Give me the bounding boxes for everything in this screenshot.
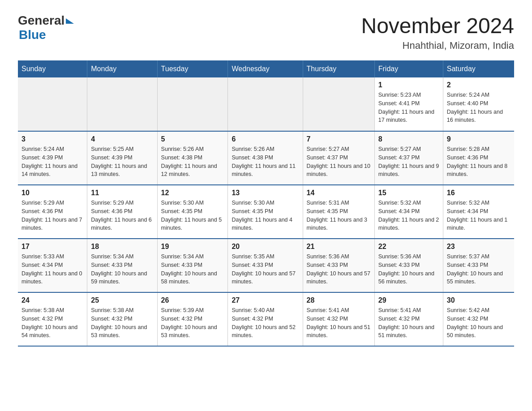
day-number: 28 xyxy=(307,296,371,304)
day-info: Sunrise: 5:27 AMSunset: 4:37 PMDaylight:… xyxy=(307,145,371,179)
day-number: 15 xyxy=(378,189,439,197)
calendar-subtitle: Hnahthial, Mizoram, India xyxy=(361,40,514,51)
day-number: 6 xyxy=(232,135,299,143)
day-info: Sunrise: 5:23 AMSunset: 4:41 PMDaylight:… xyxy=(378,91,439,124)
calendar-cell: 21Sunrise: 5:36 AMSunset: 4:33 PMDayligh… xyxy=(303,239,374,292)
day-info: Sunrise: 5:25 AMSunset: 4:39 PMDaylight:… xyxy=(91,145,153,179)
day-info: Sunrise: 5:37 AMSunset: 4:33 PMDaylight:… xyxy=(447,253,511,286)
weekday-header-saturday: Saturday xyxy=(443,60,514,77)
day-info: Sunrise: 5:30 AMSunset: 4:35 PMDaylight:… xyxy=(232,199,299,232)
logo-blue-text: Blue xyxy=(19,28,74,42)
weekday-header-thursday: Thursday xyxy=(303,60,374,77)
day-number: 3 xyxy=(21,135,83,143)
day-number: 16 xyxy=(447,189,511,197)
day-number: 11 xyxy=(91,189,153,197)
weekday-header-sunday: Sunday xyxy=(18,60,87,77)
day-info: Sunrise: 5:38 AMSunset: 4:32 PMDaylight:… xyxy=(91,306,153,340)
calendar-cell: 27Sunrise: 5:40 AMSunset: 4:32 PMDayligh… xyxy=(228,292,303,346)
weekday-header-monday: Monday xyxy=(87,60,157,77)
calendar-table: SundayMondayTuesdayWednesdayThursdayFrid… xyxy=(18,60,514,347)
day-info: Sunrise: 5:33 AMSunset: 4:34 PMDaylight:… xyxy=(21,253,83,286)
day-number: 20 xyxy=(232,243,299,251)
day-info: Sunrise: 5:31 AMSunset: 4:35 PMDaylight:… xyxy=(307,199,371,232)
day-info: Sunrise: 5:36 AMSunset: 4:33 PMDaylight:… xyxy=(307,253,371,286)
day-info: Sunrise: 5:35 AMSunset: 4:33 PMDaylight:… xyxy=(232,253,299,286)
calendar-cell: 13Sunrise: 5:30 AMSunset: 4:35 PMDayligh… xyxy=(228,185,303,239)
calendar-week-1: 1Sunrise: 5:23 AMSunset: 4:41 PMDaylight… xyxy=(18,77,514,131)
day-number: 25 xyxy=(91,296,153,304)
weekday-header-row: SundayMondayTuesdayWednesdayThursdayFrid… xyxy=(18,60,514,77)
calendar-cell: 5Sunrise: 5:26 AMSunset: 4:38 PMDaylight… xyxy=(157,131,228,185)
day-info: Sunrise: 5:26 AMSunset: 4:38 PMDaylight:… xyxy=(232,145,299,179)
day-number: 12 xyxy=(161,189,224,197)
weekday-header-friday: Friday xyxy=(374,60,443,77)
day-info: Sunrise: 5:34 AMSunset: 4:33 PMDaylight:… xyxy=(161,253,224,286)
calendar-header: SundayMondayTuesdayWednesdayThursdayFrid… xyxy=(18,60,514,77)
day-number: 8 xyxy=(378,135,439,143)
weekday-header-wednesday: Wednesday xyxy=(228,60,303,77)
day-info: Sunrise: 5:39 AMSunset: 4:32 PMDaylight:… xyxy=(161,306,224,340)
calendar-title: November 2024 xyxy=(361,13,514,38)
calendar-cell: 6Sunrise: 5:26 AMSunset: 4:38 PMDaylight… xyxy=(228,131,303,185)
day-info: Sunrise: 5:30 AMSunset: 4:35 PMDaylight:… xyxy=(161,199,224,232)
calendar-cell xyxy=(87,77,157,131)
calendar-cell: 22Sunrise: 5:36 AMSunset: 4:33 PMDayligh… xyxy=(374,239,443,292)
day-number: 30 xyxy=(447,296,511,304)
logo-general-text: General xyxy=(18,13,64,28)
day-number: 27 xyxy=(232,296,299,304)
day-number: 14 xyxy=(307,189,371,197)
day-number: 21 xyxy=(307,243,371,251)
day-number: 13 xyxy=(232,189,299,197)
calendar-cell xyxy=(228,77,303,131)
day-number: 23 xyxy=(447,243,511,251)
day-number: 24 xyxy=(21,296,83,304)
page-header: General Blue November 2024 Hnahthial, Mi… xyxy=(18,13,514,51)
calendar-cell: 28Sunrise: 5:41 AMSunset: 4:32 PMDayligh… xyxy=(303,292,374,346)
day-number: 9 xyxy=(447,135,511,143)
calendar-cell xyxy=(303,77,374,131)
calendar-week-4: 17Sunrise: 5:33 AMSunset: 4:34 PMDayligh… xyxy=(18,239,514,292)
day-info: Sunrise: 5:27 AMSunset: 4:37 PMDaylight:… xyxy=(378,145,439,179)
calendar-cell: 30Sunrise: 5:42 AMSunset: 4:32 PMDayligh… xyxy=(443,292,514,346)
logo-arrow-icon xyxy=(66,18,74,24)
day-number: 18 xyxy=(91,243,153,251)
calendar-cell: 8Sunrise: 5:27 AMSunset: 4:37 PMDaylight… xyxy=(374,131,443,185)
calendar-body: 1Sunrise: 5:23 AMSunset: 4:41 PMDaylight… xyxy=(18,77,514,346)
day-info: Sunrise: 5:24 AMSunset: 4:40 PMDaylight:… xyxy=(447,91,511,124)
day-number: 7 xyxy=(307,135,371,143)
day-number: 22 xyxy=(378,243,439,251)
day-info: Sunrise: 5:38 AMSunset: 4:32 PMDaylight:… xyxy=(21,306,83,340)
calendar-cell: 19Sunrise: 5:34 AMSunset: 4:33 PMDayligh… xyxy=(157,239,228,292)
day-number: 17 xyxy=(21,243,83,251)
calendar-week-2: 3Sunrise: 5:24 AMSunset: 4:39 PMDaylight… xyxy=(18,131,514,185)
calendar-cell xyxy=(18,77,87,131)
calendar-cell: 3Sunrise: 5:24 AMSunset: 4:39 PMDaylight… xyxy=(18,131,87,185)
calendar-cell: 23Sunrise: 5:37 AMSunset: 4:33 PMDayligh… xyxy=(443,239,514,292)
weekday-header-tuesday: Tuesday xyxy=(157,60,228,77)
calendar-cell: 1Sunrise: 5:23 AMSunset: 4:41 PMDaylight… xyxy=(374,77,443,131)
logo: General Blue xyxy=(18,13,74,42)
day-number: 19 xyxy=(161,243,224,251)
day-number: 2 xyxy=(447,81,511,89)
calendar-cell: 10Sunrise: 5:29 AMSunset: 4:36 PMDayligh… xyxy=(18,185,87,239)
day-number: 5 xyxy=(161,135,224,143)
calendar-cell: 9Sunrise: 5:28 AMSunset: 4:36 PMDaylight… xyxy=(443,131,514,185)
day-info: Sunrise: 5:29 AMSunset: 4:36 PMDaylight:… xyxy=(21,199,83,232)
calendar-cell: 15Sunrise: 5:32 AMSunset: 4:34 PMDayligh… xyxy=(374,185,443,239)
calendar-cell: 26Sunrise: 5:39 AMSunset: 4:32 PMDayligh… xyxy=(157,292,228,346)
day-info: Sunrise: 5:41 AMSunset: 4:32 PMDaylight:… xyxy=(307,306,371,340)
day-info: Sunrise: 5:32 AMSunset: 4:34 PMDaylight:… xyxy=(378,199,439,232)
calendar-cell: 17Sunrise: 5:33 AMSunset: 4:34 PMDayligh… xyxy=(18,239,87,292)
calendar-week-3: 10Sunrise: 5:29 AMSunset: 4:36 PMDayligh… xyxy=(18,185,514,239)
day-info: Sunrise: 5:29 AMSunset: 4:36 PMDaylight:… xyxy=(91,199,153,232)
day-number: 4 xyxy=(91,135,153,143)
calendar-cell: 14Sunrise: 5:31 AMSunset: 4:35 PMDayligh… xyxy=(303,185,374,239)
day-info: Sunrise: 5:24 AMSunset: 4:39 PMDaylight:… xyxy=(21,145,83,179)
calendar-week-5: 24Sunrise: 5:38 AMSunset: 4:32 PMDayligh… xyxy=(18,292,514,346)
calendar-cell xyxy=(157,77,228,131)
calendar-cell: 24Sunrise: 5:38 AMSunset: 4:32 PMDayligh… xyxy=(18,292,87,346)
day-info: Sunrise: 5:28 AMSunset: 4:36 PMDaylight:… xyxy=(447,145,511,179)
day-info: Sunrise: 5:40 AMSunset: 4:32 PMDaylight:… xyxy=(232,306,299,340)
calendar-cell: 16Sunrise: 5:32 AMSunset: 4:34 PMDayligh… xyxy=(443,185,514,239)
day-info: Sunrise: 5:34 AMSunset: 4:33 PMDaylight:… xyxy=(91,253,153,286)
